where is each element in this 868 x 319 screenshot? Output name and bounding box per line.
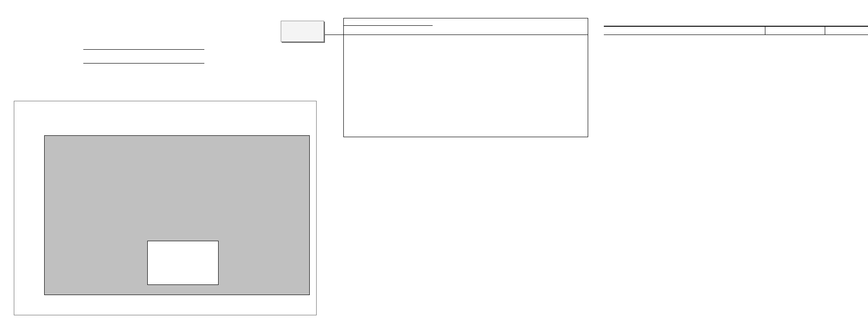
blended-table-title bbox=[606, 18, 799, 25]
blended-cost-left-border bbox=[765, 26, 765, 35]
peak-title-underline bbox=[343, 25, 433, 26]
portfolio-section-title bbox=[12, 35, 108, 42]
spreadsheet bbox=[0, 0, 868, 319]
blended-header-portfolio-avg[interactable] bbox=[827, 26, 867, 35]
page-title bbox=[12, 8, 306, 17]
peak-header-monthly[interactable] bbox=[549, 26, 586, 35]
print-page-button[interactable] bbox=[281, 21, 324, 42]
portfolio-row-label-pct-covered bbox=[13, 50, 87, 56]
blended-header-5yr[interactable] bbox=[631, 26, 656, 35]
peak-header-peak[interactable] bbox=[343, 26, 374, 35]
peak-table-title bbox=[346, 18, 498, 25]
blended-header-1yr[interactable] bbox=[658, 26, 683, 35]
peak-header-q3[interactable] bbox=[526, 26, 549, 35]
peak-header-udc[interactable] bbox=[375, 26, 403, 35]
blended-header-underline bbox=[604, 35, 868, 35]
max-short-unit bbox=[183, 17, 203, 25]
peak-box-bottom bbox=[343, 137, 588, 137]
chart-title bbox=[14, 106, 316, 114]
blended-header-monthly-price[interactable] bbox=[735, 26, 764, 35]
blended-header-cost[interactable] bbox=[767, 26, 824, 35]
portfolio-bottom-border bbox=[83, 63, 204, 64]
peak-header-5yr[interactable] bbox=[458, 26, 478, 35]
peak-header-maysep[interactable] bbox=[497, 26, 525, 35]
portfolio-header-underline bbox=[83, 49, 204, 50]
portfolio-row-label-contract-type bbox=[13, 43, 83, 49]
chart-legend bbox=[147, 241, 219, 285]
chart[interactable] bbox=[14, 101, 317, 315]
peak-box-left bbox=[343, 18, 344, 137]
peak-box-right bbox=[588, 18, 588, 137]
note-text bbox=[12, 82, 309, 97]
max-short-value[interactable] bbox=[155, 17, 180, 25]
peak-header-short[interactable] bbox=[403, 26, 433, 35]
peak-box-top bbox=[343, 18, 588, 18]
blended-header-q3[interactable] bbox=[710, 26, 734, 35]
max-short-label bbox=[12, 17, 163, 25]
portfolio-row-label-total-mw bbox=[13, 57, 87, 63]
blended-header-top-border bbox=[604, 26, 868, 27]
blended-header-maysep[interactable] bbox=[684, 26, 709, 35]
blended-header-10yr[interactable] bbox=[605, 26, 630, 35]
peak-header-10yr[interactable] bbox=[434, 26, 457, 35]
blended-pavg-left-border bbox=[825, 26, 825, 35]
chart-subtitle bbox=[14, 115, 316, 122]
peak-table-background bbox=[343, 18, 588, 137]
peak-header-1yr[interactable] bbox=[479, 26, 496, 35]
peak-header-underline bbox=[310, 35, 588, 35]
